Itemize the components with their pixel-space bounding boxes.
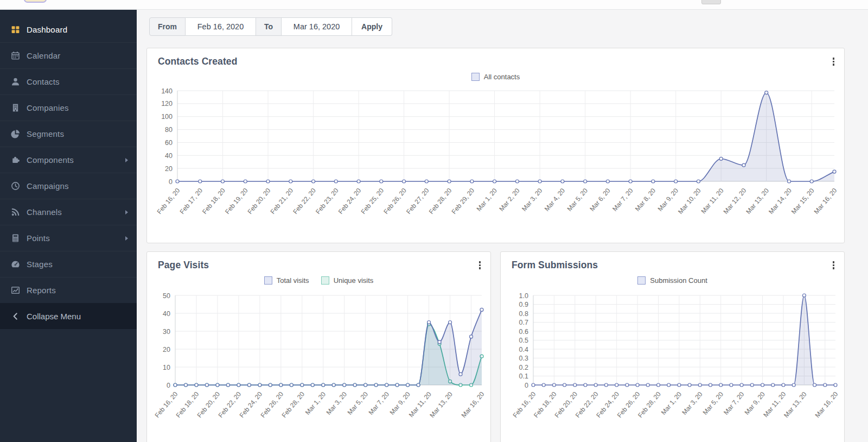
svg-text:40: 40 — [163, 310, 170, 318]
svg-text:140: 140 — [161, 87, 173, 95]
svg-text:0.7: 0.7 — [519, 319, 528, 326]
panel-title-contacts-created: Contacts Created — [158, 56, 238, 67]
svg-text:Mar 3, 20: Mar 3, 20 — [325, 390, 349, 416]
legend-swatch — [321, 276, 329, 285]
svg-text:10: 10 — [163, 364, 170, 371]
svg-text:Mar 3, 20: Mar 3, 20 — [680, 390, 704, 416]
collapse-menu-button[interactable]: Collapse Menu — [0, 303, 137, 329]
svg-text:Mar 8, 20: Mar 8, 20 — [634, 187, 658, 213]
sidebar-item-segments[interactable]: Segments — [0, 121, 137, 147]
y-axis-labels: 01020304050 — [163, 292, 170, 389]
svg-text:120: 120 — [161, 100, 173, 108]
legend-item-all-contacts[interactable]: All contacts — [471, 73, 520, 81]
panel-page-visits: Page Visits Total visitsUnique visits 01… — [146, 251, 491, 442]
building-icon — [10, 103, 20, 112]
page-visits-chart: 01020304050Feb 16, 20Feb 18, 20Feb 20, 2… — [149, 290, 489, 442]
svg-text:Mar 5, 20: Mar 5, 20 — [701, 390, 725, 416]
sidebar-item-dashboard[interactable]: Dashboard — [0, 16, 137, 42]
sidebar-item-reports[interactable]: Reports — [0, 277, 137, 303]
legend-item-unique-visits[interactable]: Unique visits — [321, 276, 374, 285]
legend-item-submission-count[interactable]: Submission Count — [637, 276, 707, 285]
collapse-menu-label: Collapse Menu — [27, 312, 81, 321]
contacts-created-chart: 020406080100120140Feb 16, 20Feb 17, 20Fe… — [151, 84, 841, 242]
x-axis-labels: Feb 16, 20Feb 18, 20Feb 20, 20Feb 22, 20… — [512, 390, 840, 419]
legend-item-total-visits[interactable]: Total visits — [264, 276, 309, 285]
svg-text:Feb 16, 20: Feb 16, 20 — [156, 187, 182, 216]
pie-chart-icon — [10, 129, 20, 138]
sidebar: DashboardCalendarContactsCompaniesSegmen… — [0, 10, 137, 442]
svg-text:0.5: 0.5 — [519, 337, 528, 344]
sidebar-item-label: Campaigns — [27, 181, 69, 191]
sidebar-item-channels[interactable]: Channels — [0, 199, 137, 225]
y-axis-labels: 020406080100120140 — [161, 87, 173, 186]
svg-text:1.0: 1.0 — [519, 292, 528, 300]
y-axis-labels: 00.10.20.30.40.50.60.70.80.91.0 — [519, 292, 528, 389]
svg-text:80: 80 — [165, 126, 173, 134]
sidebar-item-stages[interactable]: Stages — [0, 251, 137, 277]
svg-text:0.3: 0.3 — [519, 355, 528, 362]
main-content: From To Apply Contacts Created All conta… — [137, 10, 868, 442]
cutoff-button[interactable] — [701, 0, 721, 4]
svg-text:Feb 29, 20: Feb 29, 20 — [450, 187, 476, 216]
from-date-input[interactable] — [186, 17, 256, 36]
svg-text:100: 100 — [161, 113, 173, 121]
legend-swatch — [471, 73, 480, 81]
kebab-menu-icon[interactable] — [831, 56, 837, 67]
sidebar-item-components[interactable]: Components — [0, 147, 137, 173]
kebab-menu-icon[interactable] — [831, 260, 837, 271]
sidebar-item-label: Dashboard — [27, 25, 67, 34]
th-large-icon — [10, 25, 20, 34]
svg-text:Mar 4, 20: Mar 4, 20 — [543, 187, 567, 213]
apply-button[interactable]: Apply — [352, 17, 392, 36]
sidebar-item-points[interactable]: Points — [0, 225, 137, 251]
legend-swatch — [264, 276, 272, 285]
svg-text:0.6: 0.6 — [519, 328, 528, 336]
panel-contacts-created: Contacts Created All contacts 0204060801… — [146, 48, 845, 243]
svg-text:Mar 7, 20: Mar 7, 20 — [722, 390, 746, 416]
svg-text:Mar 16, 20: Mar 16, 20 — [813, 187, 839, 216]
top-toolbar-cutoff — [0, 0, 868, 10]
sidebar-item-campaigns[interactable]: Campaigns — [0, 173, 137, 199]
clock-icon — [10, 181, 20, 191]
series-all-contacts — [176, 91, 836, 183]
sidebar-nav: DashboardCalendarContactsCompaniesSegmen… — [0, 10, 137, 303]
legend-swatch — [637, 276, 646, 285]
calculator-icon — [10, 233, 20, 243]
svg-text:Feb 24, 20: Feb 24, 20 — [337, 187, 363, 216]
sidebar-item-label: Contacts — [27, 77, 60, 86]
svg-text:0.9: 0.9 — [519, 301, 528, 308]
svg-text:Feb 18, 20: Feb 18, 20 — [201, 187, 227, 216]
svg-text:Feb 17, 20: Feb 17, 20 — [178, 187, 204, 216]
chevron-right-icon — [125, 210, 128, 214]
sidebar-item-calendar[interactable]: Calendar — [0, 42, 137, 68]
x-axis-labels: Feb 16, 20Feb 18, 20Feb 20, 20Feb 22, 20… — [154, 390, 486, 419]
kebab-menu-icon[interactable] — [477, 260, 483, 271]
svg-text:Mar 14, 20: Mar 14, 20 — [767, 187, 793, 216]
tachometer-icon — [10, 260, 20, 269]
svg-text:0: 0 — [525, 382, 528, 389]
svg-text:0: 0 — [167, 382, 170, 389]
svg-text:Mar 11, 20: Mar 11, 20 — [699, 187, 725, 216]
svg-text:Feb 22, 20: Feb 22, 20 — [291, 187, 317, 216]
svg-text:0: 0 — [169, 178, 173, 186]
panel-title-form-submissions: Form Submissions — [512, 260, 598, 271]
svg-text:Feb 20, 20: Feb 20, 20 — [246, 187, 272, 216]
puzzle-piece-icon — [10, 155, 20, 165]
svg-text:Mar 12, 20: Mar 12, 20 — [722, 187, 748, 216]
sidebar-item-label: Companies — [27, 103, 69, 112]
line-chart-icon — [10, 286, 20, 295]
legend-label: Total visits — [277, 276, 309, 285]
sidebar-item-label: Channels — [27, 207, 62, 217]
grid — [533, 295, 835, 385]
from-label: From — [149, 17, 186, 36]
sidebar-item-companies[interactable]: Companies — [0, 94, 137, 121]
sidebar-item-contacts[interactable]: Contacts — [0, 68, 137, 94]
svg-text:Mar 2, 20: Mar 2, 20 — [497, 187, 521, 213]
svg-text:Feb 25, 20: Feb 25, 20 — [359, 187, 385, 216]
to-date-input[interactable] — [282, 17, 352, 36]
svg-text:Feb 23, 20: Feb 23, 20 — [314, 187, 340, 216]
svg-text:Mar 10, 20: Mar 10, 20 — [676, 187, 703, 216]
svg-text:20: 20 — [165, 165, 173, 173]
svg-text:60: 60 — [165, 139, 173, 147]
to-label: To — [256, 17, 282, 36]
